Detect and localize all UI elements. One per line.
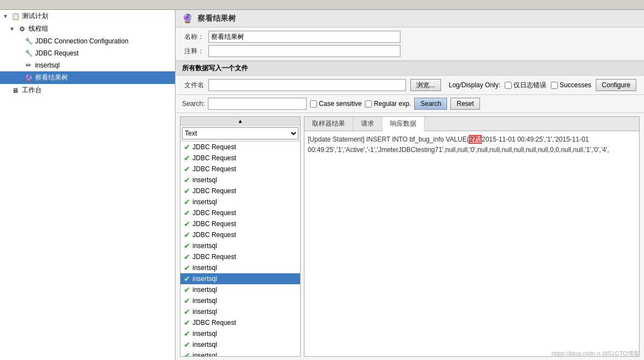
tree-list-item[interactable]: ✔insertsql (180, 196, 300, 207)
sidebar-item-insertsql[interactable]: ✏insertsql (0, 59, 175, 71)
response-highlight: 27',' (469, 135, 482, 144)
tree-list-item[interactable]: ✔insertsql (180, 240, 300, 251)
item-label: 线程组 (29, 24, 48, 33)
main-layout: ▼📋测试计划▼⚙线程组 🔧JDBC Connection Configurati… (0, 10, 644, 360)
check-icon: ✔ (184, 263, 190, 272)
tab-response-data[interactable]: 响应数据 (382, 117, 425, 131)
tree-item-label: insertsql (193, 330, 217, 338)
search-button[interactable]: Search (414, 98, 447, 110)
successes-checkbox[interactable] (551, 82, 558, 89)
sidebar-item-threadgroup[interactable]: ▼⚙线程组 (0, 22, 175, 35)
tree-item-label: insertsql (193, 242, 217, 250)
check-icon: ✔ (184, 274, 190, 283)
tree-item-label: insertsql (193, 264, 217, 272)
item-icon: 🖥 (11, 86, 20, 95)
tree-list-item[interactable]: ✔insertsql (180, 273, 300, 284)
tree-panel: ▲ Text ✔JDBC Request✔JDBC Request✔JDBC R… (180, 116, 301, 357)
tree-list-item[interactable]: ✔insertsql (180, 175, 300, 185)
tree-list-item[interactable]: ✔JDBC Request (180, 317, 300, 328)
tab-content-panel: 取样器结果请求响应数据 [Update Statement] INSERT IN… (304, 116, 640, 357)
tree-list-item[interactable]: ✔insertsql (180, 339, 300, 350)
item-icon: ✏ (24, 61, 33, 70)
item-icon: 🔧 (24, 37, 33, 46)
panel-icon: 🔮 (182, 13, 193, 24)
check-icon: ✔ (184, 154, 190, 162)
case-sensitive-checkbox[interactable] (310, 100, 317, 108)
search-input[interactable] (208, 98, 307, 110)
sidebar-item-jdbc-request[interactable]: 🔧JDBC Request (0, 47, 175, 59)
tree-toolbar: Text (180, 126, 300, 142)
sidebar-item-workbench[interactable]: 🖥工作台 (0, 84, 175, 97)
check-icon: ✔ (184, 230, 190, 239)
comment-row: 注释： (182, 45, 637, 57)
tree-toggle: ▼ (2, 13, 9, 20)
tree-list-item[interactable]: ✔insertsql (180, 350, 300, 356)
regular-exp-label[interactable]: Regular exp. (365, 100, 411, 108)
case-sensitive-label[interactable]: Case sensitive (310, 100, 361, 108)
item-icon: 🔧 (24, 49, 33, 58)
tree-list-item[interactable]: ✔JDBC Request (180, 251, 300, 262)
item-label: JDBC Request (35, 49, 78, 57)
tree-item-label: insertsql (193, 341, 217, 348)
tree-list-item[interactable]: ✔JDBC Request (180, 185, 300, 196)
tree-list-item[interactable]: ✔JDBC Request (180, 164, 300, 175)
display-mode-select[interactable]: Text (182, 127, 298, 139)
tree-item-label: JDBC Request (193, 154, 236, 162)
tree-list-item[interactable]: ✔insertsql (180, 306, 300, 317)
tree-item-label: insertsql (193, 176, 217, 184)
successes-label[interactable]: Successes (551, 81, 591, 89)
tab-request[interactable]: 请求 (353, 117, 382, 131)
tree-list-item[interactable]: ✔JDBC Request (180, 207, 300, 218)
file-input[interactable] (208, 79, 406, 91)
check-icon: ✔ (184, 143, 190, 151)
tab-sampler-result[interactable]: 取样器结果 (304, 117, 353, 131)
sidebar-item-plan[interactable]: ▼📋测试计划 (0, 10, 175, 22)
watermark: https://blog.csdn.n @51CTO博客 (551, 350, 640, 358)
tree-toggle-empty (15, 62, 22, 69)
tree-toggle-empty (15, 50, 22, 57)
tree-list-item[interactable]: ✔JDBC Request (180, 229, 300, 240)
scroll-up-arrow[interactable]: ▲ (180, 117, 300, 126)
check-icon: ✔ (184, 187, 190, 195)
tree-list-item[interactable]: ✔JDBC Request (180, 218, 300, 229)
tree-item-label: JDBC Request (193, 143, 236, 151)
results-area: ▲ Text ✔JDBC Request✔JDBC Request✔JDBC R… (176, 113, 644, 360)
sidebar-item-view-results[interactable]: 🔮察看结果树 (0, 71, 175, 84)
reset-button[interactable]: Reset (450, 98, 479, 110)
response-prefix: [Update Statement] INSERT INTO bf_bug_in… (308, 136, 469, 143)
browse-button[interactable]: 浏览... (410, 79, 441, 91)
tree-list-item[interactable]: ✔JDBC Request (180, 153, 300, 164)
tree-list: ✔JDBC Request✔JDBC Request✔JDBC Request✔… (180, 142, 300, 356)
tree-item-label: JDBC Request (193, 231, 236, 239)
panel-header: 🔮 察看结果树 (176, 10, 644, 27)
sidebar-item-jdbc-config[interactable]: 🔧JDBC Connection Configuration (0, 35, 175, 47)
check-icon: ✔ (184, 329, 190, 338)
only-errors-label[interactable]: 仅日志错误 (505, 81, 546, 90)
search-label: Search: (182, 100, 205, 108)
check-icon: ✔ (184, 209, 190, 217)
tree-item-label: JDBC Request (193, 165, 236, 173)
item-icon: 📋 (11, 12, 20, 21)
sidebar: ▼📋测试计划▼⚙线程组 🔧JDBC Connection Configurati… (0, 10, 176, 360)
tree-list-item[interactable]: ✔insertsql (180, 284, 300, 295)
regular-exp-checkbox[interactable] (365, 100, 372, 108)
configure-button[interactable]: Configure (596, 79, 636, 91)
check-icon: ✔ (184, 296, 190, 305)
name-input[interactable] (208, 31, 400, 43)
check-icon: ✔ (184, 252, 190, 261)
tree-list-item[interactable]: ✔JDBC Request (180, 142, 300, 153)
top-bar (0, 0, 644, 10)
tree-item-label: insertsql (193, 198, 217, 206)
tree-list-item[interactable]: ✔insertsql (180, 262, 300, 273)
check-icon: ✔ (184, 165, 190, 173)
tree-toggle-empty (15, 75, 22, 81)
tree-toggle: ▼ (9, 26, 15, 32)
comment-input[interactable] (208, 45, 400, 57)
item-label: 工作台 (22, 86, 42, 95)
check-icon: ✔ (184, 198, 190, 206)
tree-list-item[interactable]: ✔insertsql (180, 295, 300, 306)
item-icon: 🔮 (24, 74, 33, 82)
item-label: JDBC Connection Configuration (35, 37, 128, 45)
tree-list-item[interactable]: ✔insertsql (180, 328, 300, 339)
only-errors-checkbox[interactable] (505, 82, 512, 89)
